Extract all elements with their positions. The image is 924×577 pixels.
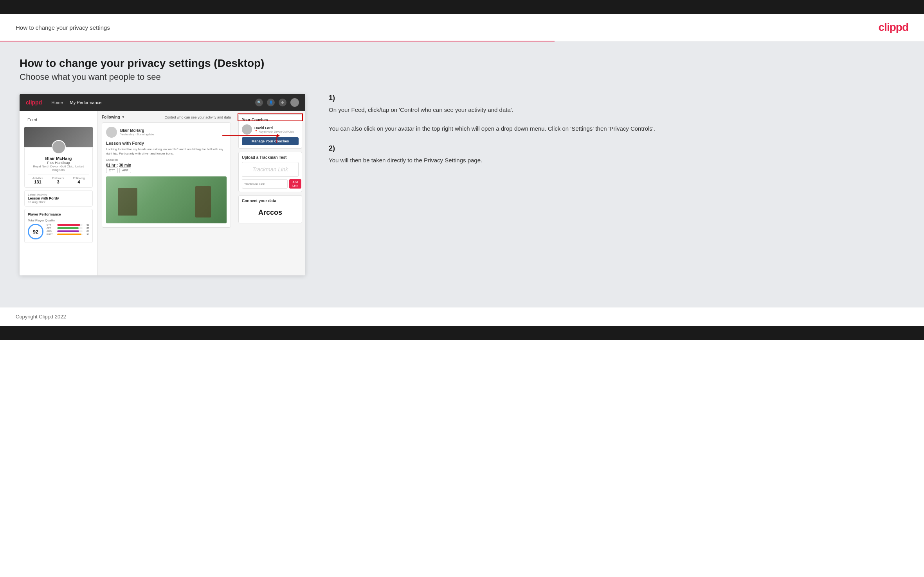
golfer-silhouette-2 bbox=[195, 186, 211, 217]
user-stat-activities: Activities 131 bbox=[32, 177, 43, 184]
user-handicap: Plus Handicap bbox=[28, 161, 89, 165]
copyright-text: Copyright Clippd 2022 bbox=[16, 314, 66, 320]
compass-icon[interactable]: ⊕ bbox=[279, 99, 286, 106]
screenshot-wrapper: clippd Home My Performance 🔍 👤 ⊕ bbox=[20, 94, 305, 275]
step-1-text-part1: On your Feed, click/tap on 'Control who … bbox=[329, 106, 513, 113]
activities-count: 131 bbox=[32, 180, 43, 184]
user-name: Blair McHarg bbox=[28, 156, 89, 161]
content-layout: clippd Home My Performance 🔍 👤 ⊕ bbox=[20, 94, 904, 275]
golfer-silhouette bbox=[118, 188, 137, 216]
control-link[interactable]: Control who can see your activity and da… bbox=[164, 115, 231, 119]
user-stats: Activities 131 Followers 3 Following bbox=[28, 174, 89, 184]
trackman-add-button[interactable]: Add Link bbox=[289, 179, 301, 189]
trackman-input[interactable] bbox=[242, 179, 288, 189]
trackman-link-box: Trackman Link bbox=[242, 162, 299, 177]
coach-club-name: Royal North Devon Golf Club bbox=[259, 130, 294, 133]
player-performance-card: Player Performance Total Player Quality … bbox=[24, 209, 93, 243]
post-tag-app: APP bbox=[119, 167, 131, 173]
step-1-number: 1) bbox=[329, 94, 904, 102]
trackman-section: Upload a Trackman Test Trackman Link Add… bbox=[238, 152, 302, 192]
following-count: 4 bbox=[73, 180, 85, 184]
post-avatar bbox=[106, 127, 117, 138]
instruction-step-1: 1) On your Feed, click/tap on 'Control w… bbox=[329, 94, 904, 133]
pin-icon: 📍 bbox=[254, 130, 258, 133]
user-avatar bbox=[52, 140, 66, 154]
step-2-number: 2) bbox=[329, 144, 904, 153]
app-right-sidebar: Your Coaches David Ford 📍 Royal North De… bbox=[235, 111, 305, 275]
post-duration-label: Duration bbox=[106, 158, 227, 162]
post-tag-ott: OTT bbox=[106, 167, 118, 173]
post-duration-value: 01 hr : 30 min bbox=[106, 163, 227, 167]
post-description: Looking to feel like my hands are exitin… bbox=[106, 147, 227, 156]
perf-content: 92 OTT 90 APP bbox=[28, 224, 89, 239]
user-stat-followers: Followers 3 bbox=[52, 177, 64, 184]
header: How to change your privacy settings clip… bbox=[0, 14, 924, 41]
player-perf-title: Player Performance bbox=[28, 212, 89, 216]
article-subtitle: Choose what you want people to see bbox=[20, 72, 904, 82]
user-banner bbox=[24, 127, 93, 147]
followers-count: 3 bbox=[52, 180, 64, 184]
perf-bars: OTT 90 APP 85 bbox=[47, 224, 89, 239]
latest-activity-label: Latest Activity bbox=[28, 193, 89, 196]
avatar[interactable] bbox=[290, 98, 299, 107]
app-logo: clippd bbox=[26, 99, 42, 106]
perf-bar-ott: OTT 90 bbox=[47, 224, 89, 226]
app-body: Feed Blair McHarg Plus Handicap Royal No… bbox=[20, 111, 305, 275]
article-title: How to change your privacy settings (Des… bbox=[20, 57, 904, 70]
feed-tab[interactable]: Feed bbox=[24, 116, 93, 124]
coaches-section: Your Coaches David Ford 📍 Royal North De… bbox=[238, 114, 302, 149]
trackman-placeholder: Trackman Link bbox=[246, 166, 294, 173]
coach-item: David Ford 📍 Royal North Devon Golf Club bbox=[242, 124, 299, 135]
post-meta: Yesterday · Sunningdale bbox=[120, 133, 154, 136]
app-screenshot: clippd Home My Performance 🔍 👤 ⊕ bbox=[20, 94, 305, 275]
app-sidebar: Feed Blair McHarg Plus Handicap Royal No… bbox=[20, 111, 98, 275]
top-bar bbox=[0, 0, 924, 14]
coaches-title: Your Coaches bbox=[242, 118, 299, 122]
coach-name: David Ford bbox=[254, 126, 294, 130]
post-header: Blair McHarg Yesterday · Sunningdale bbox=[106, 127, 227, 138]
user-icon[interactable]: 👤 bbox=[267, 99, 275, 106]
post-card: Blair McHarg Yesterday · Sunningdale Les… bbox=[102, 122, 231, 228]
step-1-text-part2: You can also click on your avatar in the… bbox=[329, 125, 655, 132]
trackman-input-row: Add Link bbox=[242, 179, 299, 189]
feed-header: Following ▼ Control who can see your act… bbox=[102, 115, 231, 119]
post-image bbox=[106, 176, 227, 223]
step-1-text: On your Feed, click/tap on 'Control who … bbox=[329, 105, 904, 133]
chevron-down-icon: ▼ bbox=[122, 115, 125, 119]
app-nav-items: Home My Performance bbox=[51, 100, 101, 105]
post-tags: OTT APP bbox=[106, 167, 227, 173]
latest-activity-name: Lesson with Fordy bbox=[28, 196, 89, 200]
footer: Copyright Clippd 2022 bbox=[0, 307, 924, 326]
quality-label: Total Player Quality bbox=[28, 219, 89, 222]
app-nav-performance[interactable]: My Performance bbox=[70, 100, 102, 105]
clippd-logo: clippd bbox=[879, 21, 908, 34]
perf-bar-app: APP 85 bbox=[47, 227, 89, 229]
trackman-title: Upload a Trackman Test bbox=[242, 155, 299, 160]
perf-bar-arg: ARG 86 bbox=[47, 230, 89, 232]
user-club: Royal North Devon Golf Club, United King… bbox=[28, 165, 89, 172]
post-title: Lesson with Fordy bbox=[106, 141, 227, 146]
perf-score-circle: 92 bbox=[28, 224, 43, 239]
arccos-brand: Arccos bbox=[242, 205, 299, 220]
coaches-section-wrapper: Your Coaches David Ford 📍 Royal North De… bbox=[238, 114, 302, 149]
latest-activity-card: Latest Activity Lesson with Fordy 03 Aug… bbox=[24, 190, 93, 207]
latest-activity-date: 03 Aug 2022 bbox=[28, 200, 89, 204]
bottom-bar bbox=[0, 326, 924, 340]
user-card: Blair McHarg Plus Handicap Royal North D… bbox=[24, 127, 93, 188]
coach-club: 📍 Royal North Devon Golf Club bbox=[254, 130, 294, 133]
app-nav-home[interactable]: Home bbox=[51, 100, 63, 105]
following-button[interactable]: Following ▼ bbox=[102, 115, 125, 119]
instructions: 1) On your Feed, click/tap on 'Control w… bbox=[321, 94, 904, 176]
user-stat-following: Following 4 bbox=[73, 177, 85, 184]
app-navbar: clippd Home My Performance 🔍 👤 ⊕ bbox=[20, 94, 305, 111]
connect-section: Connect your data Arccos bbox=[238, 195, 302, 223]
step-2-text: You will then be taken directly to the P… bbox=[329, 156, 904, 165]
main-content: How to change your privacy settings (Des… bbox=[0, 41, 924, 307]
app-feed: Following ▼ Control who can see your act… bbox=[98, 111, 235, 275]
connect-title: Connect your data bbox=[242, 199, 299, 203]
manage-coaches-button[interactable]: Manage Your Coaches bbox=[242, 137, 299, 145]
instruction-step-2: 2) You will then be taken directly to th… bbox=[329, 144, 904, 165]
browser-tab-title: How to change your privacy settings bbox=[16, 24, 110, 31]
perf-bar-putt: PUTT 96 bbox=[47, 233, 89, 235]
search-icon[interactable]: 🔍 bbox=[255, 99, 263, 106]
